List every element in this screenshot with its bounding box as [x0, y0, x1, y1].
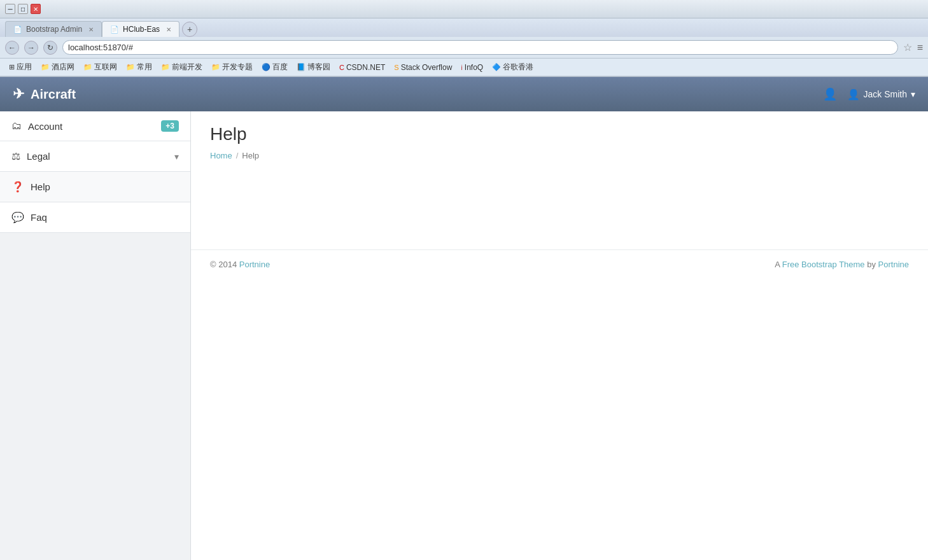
account-label: Account [28, 121, 62, 132]
bookmark-apps[interactable]: ⊞ 应用 [5, 60, 36, 74]
bookmark-google-hk[interactable]: 🔷 谷歌香港 [488, 60, 537, 74]
sidebar-item-help[interactable]: ❓ Help [0, 172, 190, 202]
help-icon: ❓ [11, 181, 24, 193]
bookmark-label: 互联网 [94, 62, 117, 73]
baidu-icon: 🔵 [262, 63, 271, 71]
bookmark-csdn[interactable]: C CSDN.NET [335, 62, 389, 73]
sidebar-item-left: ❓ Help [11, 181, 50, 193]
content-inner: Help Home / Help [191, 111, 928, 186]
footer-theme-a: A [775, 260, 780, 269]
avatar-icon[interactable]: 👤 [823, 87, 837, 101]
bookmark-label: 前端开发 [172, 62, 202, 73]
tab-label-active: HClub-Eas [123, 25, 160, 34]
brand[interactable]: ✈ Aircraft [13, 86, 76, 102]
new-tab-button[interactable]: + [182, 22, 197, 37]
bookmark-label: 应用 [17, 62, 32, 73]
breadcrumb-home[interactable]: Home [210, 151, 232, 160]
bookmark-label: 酒店网 [52, 62, 74, 73]
bookmark-stackoverflow[interactable]: S Stack Overflow [390, 62, 456, 73]
user-menu[interactable]: 👤 Jack Smith ▾ [847, 88, 915, 101]
maximize-button[interactable]: □ [18, 4, 28, 14]
tab-bootstrap-admin[interactable]: 📄 Bootstrap Admin ✕ [5, 21, 102, 37]
sidebar: 🗂 Account +3 ⚖ Legal ▾ ❓ Help [0, 111, 191, 560]
aircraft-icon: ✈ [13, 86, 24, 102]
brand-label: Aircraft [31, 87, 76, 102]
folder-icon: 📁 [83, 63, 92, 71]
main-layout: 🗂 Account +3 ⚖ Legal ▾ ❓ Help [0, 111, 928, 560]
minimize-button[interactable]: ─ [5, 4, 15, 14]
sidebar-item-left: ⚖ Legal [11, 150, 50, 162]
content-area: Help Home / Help © 2014 Portnine A Free … [191, 111, 928, 560]
folder-icon: 📁 [41, 63, 50, 71]
apps-icon: ⊞ [9, 63, 15, 71]
account-badge: +3 [161, 120, 179, 132]
footer-portnine-link-2[interactable]: Portnine [878, 260, 909, 269]
user-icon: 👤 [847, 88, 860, 101]
tab-hclub-eas[interactable]: 📄 HClub-Eas ✕ [102, 21, 179, 37]
folder-icon: 📁 [161, 63, 170, 71]
bookmark-hotelweb[interactable]: 📁 酒店网 [37, 60, 78, 74]
top-navigation: ✈ Aircraft 👤 👤 Jack Smith ▾ [0, 77, 928, 111]
sidebar-item-faq[interactable]: 💬 Faq [0, 202, 190, 233]
bookmark-label: InfoQ [465, 63, 483, 72]
bookmark-label: 常用 [137, 62, 152, 73]
sidebar-item-account[interactable]: 🗂 Account +3 [0, 111, 190, 141]
folder-icon: 📁 [211, 63, 220, 71]
page-title: Help [210, 124, 909, 144]
bookmark-internet[interactable]: 📁 互联网 [80, 60, 121, 74]
account-icon: 🗂 [11, 120, 22, 132]
breadcrumb: Home / Help [210, 151, 909, 160]
tab-bar: 📄 Bootstrap Admin ✕ 📄 HClub-Eas ✕ + [0, 18, 928, 37]
browser-chrome: ─ □ ✕ 📄 Bootstrap Admin ✕ 📄 HClub-Eas ✕ … [0, 0, 928, 77]
sidebar-item-legal[interactable]: ⚖ Legal ▾ [0, 141, 190, 172]
csdn-icon: C [339, 64, 344, 71]
address-bar: ← → ↻ ☆ ≡ [0, 37, 928, 59]
breadcrumb-current: Help [242, 151, 259, 160]
tab-icon-active: 📄 [110, 25, 119, 34]
tab-close-button[interactable]: ✕ [88, 26, 94, 33]
user-dropdown-icon: ▾ [911, 89, 915, 99]
top-nav-right: 👤 👤 Jack Smith ▾ [823, 87, 915, 101]
bookmark-devtopic[interactable]: 📁 开发专题 [207, 60, 257, 74]
faq-icon: 💬 [11, 211, 24, 223]
back-button[interactable]: ← [5, 41, 19, 55]
address-input[interactable] [62, 40, 898, 55]
bookmark-cnblogs[interactable]: 📘 博客园 [293, 60, 334, 74]
window-controls: ─ □ ✕ [5, 4, 41, 14]
help-label: Help [31, 181, 50, 192]
bookmark-label: CSDN.NET [346, 63, 385, 72]
bookmark-label: 博客园 [307, 62, 330, 73]
title-bar: ─ □ ✕ [0, 0, 928, 18]
forward-button[interactable]: → [24, 41, 38, 55]
stackoverflow-icon: S [394, 64, 398, 71]
folder-icon: 📁 [126, 63, 135, 71]
browser-menu-icon[interactable]: ≡ [917, 42, 923, 53]
app-container: ✈ Aircraft 👤 👤 Jack Smith ▾ 🗂 Account +3 [0, 77, 928, 560]
cnblogs-icon: 📘 [297, 63, 306, 71]
content-footer: © 2014 Portnine A Free Bootstrap Theme b… [191, 249, 928, 279]
footer-right: A Free Bootstrap Theme by Portnine [775, 260, 909, 269]
close-button[interactable]: ✕ [31, 4, 41, 14]
bookmark-frontend[interactable]: 📁 前端开发 [157, 60, 206, 74]
footer-portnine-link-1[interactable]: Portnine [239, 260, 270, 269]
tab-close-active-button[interactable]: ✕ [166, 26, 171, 33]
tab-label: Bootstrap Admin [26, 25, 82, 34]
tab-icon: 📄 [13, 25, 22, 34]
google-hk-icon: 🔷 [492, 63, 501, 71]
legal-icon: ⚖ [11, 150, 20, 162]
copyright-text: © 2014 [210, 260, 237, 269]
bookmark-infoq[interactable]: i InfoQ [457, 62, 487, 73]
footer-by: by [867, 260, 876, 269]
breadcrumb-separator: / [236, 151, 239, 160]
user-name: Jack Smith [864, 89, 907, 99]
bookmark-star-icon[interactable]: ☆ [903, 41, 912, 53]
footer-free-bootstrap-link[interactable]: Free Bootstrap Theme [782, 260, 865, 269]
reload-button[interactable]: ↻ [43, 41, 57, 55]
bookmark-label: Stack Overflow [401, 63, 453, 72]
bookmark-common[interactable]: 📁 常用 [122, 60, 156, 74]
sidebar-item-left: 🗂 Account [11, 120, 62, 132]
bookmark-baidu[interactable]: 🔵 百度 [258, 60, 292, 74]
sidebar-item-left: 💬 Faq [11, 211, 47, 223]
footer-left: © 2014 Portnine [210, 260, 270, 269]
faq-label: Faq [31, 212, 47, 223]
